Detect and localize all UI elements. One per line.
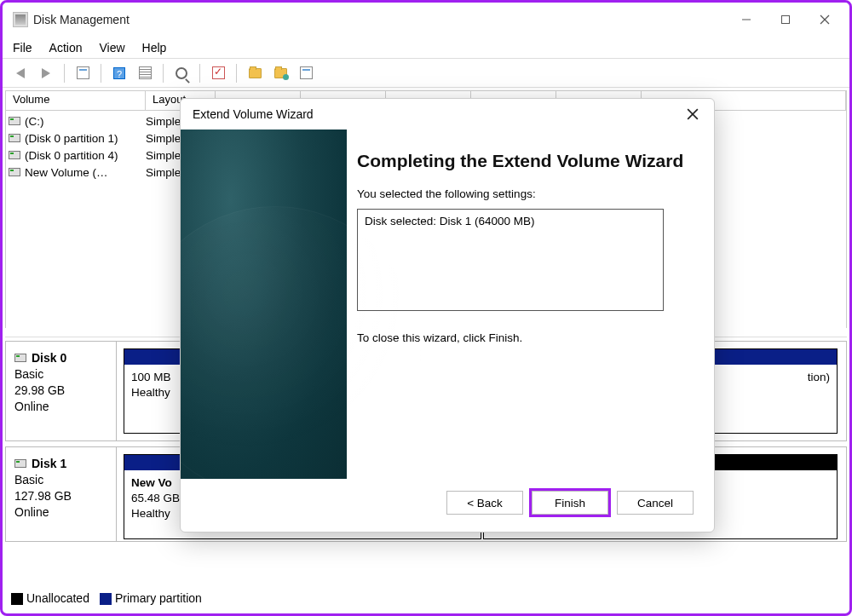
extend-volume-wizard-dialog: Extend Volume Wizard Completing the Exte… bbox=[180, 98, 715, 533]
toolbar bbox=[3, 59, 849, 88]
app-icon bbox=[13, 12, 28, 27]
toolbar-separator bbox=[236, 64, 237, 83]
swatch-primary bbox=[100, 593, 112, 605]
folder-search-icon[interactable] bbox=[269, 63, 291, 83]
close-button[interactable] bbox=[805, 5, 844, 34]
finish-button[interactable]: Finish bbox=[532, 491, 608, 515]
titlebar: Disk Management bbox=[3, 3, 849, 37]
col-volume[interactable]: Volume bbox=[6, 91, 146, 110]
drive-icon bbox=[6, 134, 23, 142]
legend-unallocated: Unallocated bbox=[26, 591, 89, 605]
disk-icon bbox=[14, 459, 26, 468]
toolbar-separator bbox=[163, 64, 164, 83]
drive-icon bbox=[6, 151, 23, 159]
maximize-button[interactable] bbox=[766, 5, 805, 34]
partition-bar bbox=[124, 349, 184, 365]
menu-view[interactable]: View bbox=[99, 41, 124, 55]
disk-name: Disk 0 bbox=[32, 351, 66, 365]
partition-health: Healthy bbox=[131, 385, 177, 400]
swatch-unallocated bbox=[11, 593, 23, 605]
properties-icon[interactable] bbox=[295, 63, 317, 83]
partition-size: 100 MB bbox=[131, 370, 177, 385]
check-icon[interactable] bbox=[207, 63, 229, 83]
back-button[interactable]: < Back bbox=[446, 491, 523, 515]
drive-icon bbox=[6, 168, 23, 176]
volume-name: (C:) bbox=[23, 115, 146, 128]
toolbar-separator bbox=[64, 64, 65, 83]
drive-icon bbox=[6, 117, 23, 125]
disk-info[interactable]: Disk 1 Basic 127.98 GB Online bbox=[6, 447, 117, 541]
menu-action[interactable]: Action bbox=[49, 41, 83, 55]
toolbar-separator bbox=[199, 64, 200, 83]
partition[interactable]: 100 MB Healthy bbox=[124, 348, 185, 434]
menu-help[interactable]: Help bbox=[142, 41, 167, 55]
wizard-lead-text: You selected the following settings: bbox=[357, 187, 699, 200]
disk-type: Basic bbox=[14, 472, 107, 488]
layout-icon[interactable] bbox=[72, 63, 94, 83]
disk-type: Basic bbox=[14, 366, 107, 383]
wizard-setting-line: Disk selected: Disk 1 (64000 MB) bbox=[365, 215, 656, 227]
nav-back-button[interactable] bbox=[9, 63, 32, 83]
disk-name: Disk 1 bbox=[32, 457, 66, 470]
svg-rect-1 bbox=[782, 16, 790, 24]
disk-size: 29.98 GB bbox=[14, 383, 107, 399]
app-title: Disk Management bbox=[33, 13, 130, 26]
wizard-heading: Completing the Extend Volume Wizard bbox=[357, 150, 699, 172]
volume-name: (Disk 0 partition 1) bbox=[23, 132, 146, 145]
minimize-button[interactable] bbox=[727, 5, 766, 34]
wizard-settings-box: Disk selected: Disk 1 (64000 MB) bbox=[357, 209, 664, 311]
disk-size: 127.98 GB bbox=[14, 488, 107, 504]
nav-forward-button[interactable] bbox=[35, 63, 57, 83]
help-icon[interactable] bbox=[108, 63, 130, 83]
list-icon[interactable] bbox=[134, 63, 156, 83]
disk-status: Online bbox=[14, 399, 107, 415]
volume-name: (Disk 0 partition 4) bbox=[23, 149, 146, 162]
folder-icon[interactable] bbox=[244, 63, 266, 83]
disk-status: Online bbox=[14, 504, 107, 521]
volume-name: New Volume (… bbox=[23, 166, 146, 179]
disk-info[interactable]: Disk 0 Basic 29.98 GB Online bbox=[6, 342, 117, 440]
wizard-close-text: To close this wizard, click Finish. bbox=[357, 331, 699, 344]
disk-icon bbox=[14, 354, 26, 362]
menu-file[interactable]: File bbox=[13, 41, 32, 55]
dialog-close-button[interactable] bbox=[683, 105, 702, 124]
cancel-button[interactable]: Cancel bbox=[617, 491, 694, 515]
toolbar-separator bbox=[101, 64, 101, 83]
dialog-title: Extend Volume Wizard bbox=[193, 107, 314, 121]
dialog-titlebar: Extend Volume Wizard bbox=[181, 99, 714, 130]
wizard-side-banner bbox=[181, 130, 347, 479]
legend-primary: Primary partition bbox=[115, 591, 202, 605]
menubar: File Action View Help bbox=[3, 37, 849, 59]
search-icon[interactable] bbox=[170, 63, 193, 83]
legend: Unallocated Primary partition bbox=[11, 591, 202, 605]
